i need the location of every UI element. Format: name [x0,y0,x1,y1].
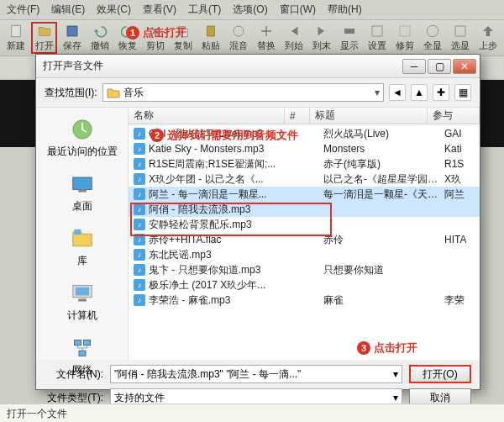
file-title: 麻雀 [323,293,441,308]
file-artist: HITA [444,234,466,245]
chevron-down-icon: ▾ [375,87,380,98]
file-name: 李荣浩 - 麻雀.mp3 [149,293,291,308]
audio-file-icon: ♪ [134,188,145,200]
file-list: 名称 # 标题 参与 2选择我们需要用到音频文件 ♪GAI - 烈火战马(Liv… [129,108,480,360]
open-confirm-button[interactable]: 打开(O) [409,365,471,383]
file-name: Katie Sky - Monsters.mp3 [149,143,291,155]
file-title: 只想要你知道 [323,263,441,277]
svg-rect-17 [78,298,87,301]
svg-rect-16 [76,287,89,296]
file-title: 赤子(纯享版) [323,157,441,171]
new-folder-button[interactable]: ✚ [433,84,449,101]
file-title: 每一滴泪是一颗星-《天醒之... [323,187,441,202]
file-name-label: 文件名(N): [45,367,103,382]
file-type-label: 文件类型(T): [45,391,103,405]
minimize-button[interactable]: ─ [402,59,426,74]
file-row[interactable]: ♪阿兰 - 每一滴泪是一颗星...每一滴泪是一颗星-《天醒之...阿兰 [129,187,480,202]
audio-file-icon: ♪ [134,173,145,185]
file-title: 赤伶 [323,233,441,247]
close-button[interactable]: ✕ [453,59,476,74]
file-artist: 李荣 [444,293,465,308]
file-row[interactable]: ♪Katie Sky - Monsters.mp3MonstersKati [129,141,480,156]
file-row[interactable]: ♪R1SE周震南;R1SE翟潇闻;...赤子(纯享版)R1S [129,156,480,171]
file-artist: R1S [444,158,464,170]
up-folder-button[interactable]: ▲ [411,84,428,101]
look-in-row: 查找范围(I): 音乐 ▾ ◄ ▲ ✚ ▦ [36,78,480,108]
audio-file-icon: ♪ [134,264,145,276]
svg-rect-19 [83,340,90,345]
look-in-combo[interactable]: 音乐 ▾ [102,83,384,102]
svg-rect-14 [74,229,81,235]
file-title: 烈火战马(Live) [323,127,441,141]
col-artist[interactable]: 参与 [428,108,480,124]
file-name: 赤伶++HITA.flac [149,233,291,247]
maximize-button[interactable]: ▢ [428,59,451,74]
look-in-value: 音乐 [123,86,144,100]
status-bar: 打开一个文件 [0,404,504,422]
views-button[interactable]: ▦ [454,84,471,101]
place-desktop[interactable]: 桌面 [36,167,128,217]
places-bar: 最近访问的位置 桌面 库 计算机 网络 [36,108,129,360]
col-title[interactable]: 标题 [310,108,428,124]
place-recent[interactable]: 最近访问的位置 [36,113,128,162]
audio-file-icon: ♪ [134,234,145,245]
col-num[interactable]: # [285,108,310,124]
file-artist: Kati [444,143,462,155]
file-row[interactable]: ♪赤伶++HITA.flac赤伶HITA [129,232,480,247]
audio-file-icon: ♪ [134,294,145,306]
file-row[interactable]: ♪极乐净土 (2017 X玖少年... [129,277,480,293]
file-row[interactable]: ♪鬼卞 - 只想要你知道.mp3只想要你知道 [129,262,480,277]
place-libs[interactable]: 库 [36,222,128,272]
audio-file-icon: ♪ [134,203,145,215]
svg-rect-13 [78,189,87,192]
svg-rect-20 [79,351,86,356]
file-title: Monsters [323,143,441,155]
file-row[interactable]: ♪阿俏 - 陪我去流浪.mp3 [129,202,480,217]
file-row[interactable]: ♪东北民谣.mp3 [129,247,480,262]
file-name-field[interactable]: "阿俏 - 陪我去流浪.mp3" "阿兰 - 每一滴..."▾ [110,365,402,383]
file-name: 安静轻松背景配乐.mp3 [149,218,291,232]
file-artist: GAI [444,128,462,140]
file-name: 极乐净土 (2017 X玖少年... [149,278,291,293]
file-row[interactable]: ♪李荣浩 - 麻雀.mp3麻雀李荣 [129,293,480,308]
dialog-title: 打开声音文件 [39,59,401,73]
audio-file-icon: ♪ [134,128,145,140]
audio-file-icon: ♪ [134,279,145,291]
file-artist: X玖 [444,172,461,187]
file-title: 以己之名-《超星星学园》网... [323,172,441,187]
back-button[interactable]: ◄ [389,84,406,101]
file-name: 鬼卞 - 只想要你知道.mp3 [149,263,291,277]
file-name: 东北民谣.mp3 [149,248,291,262]
dialog-titlebar: 打开声音文件 ─ ▢ ✕ [36,55,480,78]
folder-icon [107,86,120,99]
file-row[interactable]: ♪X玖少年团 - 以己之名《...以己之名-《超星星学园》网...X玖 [129,171,480,187]
audio-file-icon: ♪ [134,158,145,170]
file-name: X玖少年团 - 以己之名《... [149,172,291,187]
audio-file-icon: ♪ [134,143,145,155]
file-name: 阿俏 - 陪我去流浪.mp3 [149,203,291,217]
column-headers: 名称 # 标题 参与 [129,108,480,124]
file-row[interactable]: ♪安静轻松背景配乐.mp3 [129,217,480,232]
svg-rect-18 [74,340,81,345]
col-name[interactable]: 名称 [129,108,285,124]
audio-file-icon: ♪ [134,219,145,230]
file-name: 阿兰 - 每一滴泪是一颗星... [149,187,291,202]
place-computer[interactable]: 计算机 [36,277,128,326]
callout-2: 2选择我们需要用到音频文件 [150,128,298,143]
svg-rect-12 [72,177,91,189]
audio-file-icon: ♪ [134,249,145,261]
look-in-label: 查找范围(I): [45,86,97,100]
file-name: R1SE周震南;R1SE翟潇闻;... [149,157,291,171]
open-file-dialog: 打开声音文件 ─ ▢ ✕ 查找范围(I): 音乐 ▾ ◄ ▲ ✚ ▦ 最近访问的… [35,54,480,390]
callout-1: 1点击打开 [126,25,186,40]
file-artist: 阿兰 [444,187,465,202]
callout-3: 3点击打开 [357,340,417,356]
nav-icons: ◄ ▲ ✚ ▦ [389,84,471,101]
